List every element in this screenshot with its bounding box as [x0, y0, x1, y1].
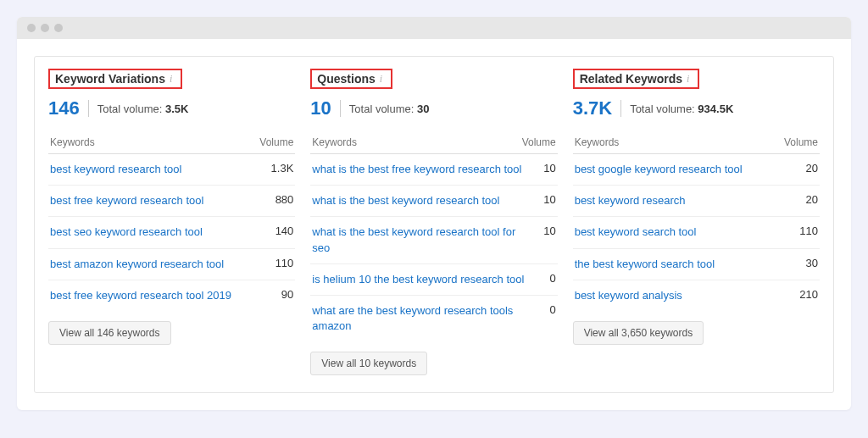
- panels-container: Keyword Variations i 146 Total volume: 3…: [34, 56, 834, 393]
- window-dot-icon: [27, 24, 36, 32]
- divider: [340, 100, 341, 117]
- view-all-button[interactable]: View all 10 keywords: [310, 352, 427, 375]
- keyword-link[interactable]: best keyword search tool: [575, 225, 792, 240]
- volume-value: 0: [549, 303, 555, 316]
- table-row: best free keyword research tool 201990: [48, 280, 295, 311]
- total-volume-label: Total volume:: [97, 103, 163, 115]
- view-all-button[interactable]: View all 146 keywords: [48, 321, 171, 345]
- volume-value: 140: [275, 225, 294, 237]
- table-row: best amazon keyword research tool110: [48, 249, 295, 280]
- volume-value: 10: [543, 225, 555, 237]
- table-header: Keywords Volume: [310, 131, 557, 154]
- keyword-link[interactable]: best google keyword research tool: [575, 162, 798, 177]
- keyword-link[interactable]: best keyword research: [575, 193, 798, 208]
- panel-title: Keyword Variations i: [48, 69, 182, 89]
- table-header: Keywords Volume: [48, 131, 295, 154]
- volume-value: 20: [806, 193, 818, 206]
- count-value: 3.7K: [573, 97, 612, 119]
- divider: [88, 100, 89, 117]
- table-row: best keyword analysis210: [573, 280, 820, 311]
- keyword-link[interactable]: what are the best keyword research tools…: [312, 303, 541, 334]
- table-row: best google keyword research tool20: [573, 154, 820, 186]
- keyword-link[interactable]: best seo keyword research tool: [50, 225, 267, 240]
- col-volume: Volume: [784, 136, 818, 148]
- panel-title: Related Keywords i: [573, 69, 700, 89]
- table-row: best free keyword research tool880: [48, 186, 295, 217]
- keyword-link[interactable]: best keyword analysis: [575, 288, 792, 303]
- info-icon[interactable]: i: [687, 73, 689, 86]
- table-row: the best keyword search tool30: [573, 249, 820, 280]
- table-row: best keyword research20: [573, 186, 820, 217]
- panel-questions: Questions i 10 Total volume: 30 Keywords…: [310, 69, 557, 375]
- keyword-link[interactable]: what is the best keyword research tool: [312, 193, 535, 208]
- total-volume: Total volume: 934.5K: [630, 103, 733, 115]
- volume-value: 20: [806, 162, 818, 175]
- panel-related-keywords: Related Keywords i 3.7K Total volume: 93…: [573, 69, 820, 375]
- table-row: what is the best keyword research tool f…: [310, 217, 557, 263]
- keyword-link[interactable]: what is the best free keyword research t…: [312, 162, 535, 177]
- window-dot-icon: [54, 24, 63, 32]
- info-icon[interactable]: i: [170, 73, 172, 86]
- table-row: what are the best keyword research tools…: [310, 296, 557, 341]
- app-window: Keyword Variations i 146 Total volume: 3…: [17, 17, 851, 410]
- panel-stats: 10 Total volume: 30: [310, 97, 557, 119]
- col-keywords: Keywords: [575, 136, 620, 148]
- count-value: 146: [48, 97, 80, 119]
- keyword-link[interactable]: what is the best keyword research tool f…: [312, 225, 535, 255]
- keyword-link[interactable]: best free keyword research tool: [50, 193, 267, 208]
- panel-keyword-variations: Keyword Variations i 146 Total volume: 3…: [48, 69, 295, 375]
- view-all-button[interactable]: View all 3,650 keywords: [573, 321, 704, 345]
- keyword-link[interactable]: the best keyword search tool: [575, 257, 798, 272]
- info-icon[interactable]: i: [380, 73, 382, 86]
- keyword-link[interactable]: best free keyword research tool 2019: [50, 288, 273, 303]
- keyword-link[interactable]: best keyword research tool: [50, 162, 263, 177]
- volume-value: 10: [543, 162, 555, 175]
- table-row: best keyword research tool1.3K: [48, 154, 295, 186]
- volume-value: 30: [806, 257, 818, 269]
- volume-value: 0: [549, 272, 555, 285]
- total-volume-value: 3.5K: [165, 103, 188, 115]
- col-volume: Volume: [522, 136, 556, 148]
- total-volume-value: 934.5K: [698, 103, 733, 115]
- table-header: Keywords Volume: [573, 131, 820, 154]
- table-row: what is the best free keyword research t…: [310, 154, 557, 186]
- col-keywords: Keywords: [312, 136, 357, 148]
- total-volume-label: Total volume:: [630, 103, 695, 115]
- keyword-link[interactable]: is helium 10 the best keyword research t…: [312, 272, 541, 287]
- count-value: 10: [310, 97, 331, 119]
- volume-value: 110: [275, 257, 294, 269]
- volume-value: 1.3K: [271, 162, 294, 175]
- total-volume: Total volume: 30: [349, 103, 430, 115]
- total-volume-label: Total volume:: [349, 103, 415, 115]
- table-row: what is the best keyword research tool10: [310, 186, 557, 217]
- total-volume: Total volume: 3.5K: [97, 103, 189, 115]
- col-volume: Volume: [259, 136, 293, 148]
- volume-value: 10: [543, 193, 555, 206]
- keyword-link[interactable]: best amazon keyword research tool: [50, 257, 267, 272]
- panel-stats: 146 Total volume: 3.5K: [48, 97, 295, 119]
- panel-title: Questions i: [310, 69, 392, 89]
- table-row: is helium 10 the best keyword research t…: [310, 264, 557, 296]
- divider: [620, 100, 621, 117]
- volume-value: 110: [799, 225, 818, 237]
- panel-title-text: Keyword Variations: [55, 72, 165, 86]
- panel-title-text: Related Keywords: [580, 72, 682, 86]
- table-row: best keyword search tool110: [573, 217, 820, 248]
- volume-value: 90: [281, 288, 293, 301]
- volume-value: 880: [275, 193, 294, 206]
- window-dot-icon: [41, 24, 49, 32]
- panel-title-text: Questions: [317, 72, 375, 86]
- content-area: Keyword Variations i 146 Total volume: 3…: [17, 39, 851, 410]
- volume-value: 210: [799, 288, 818, 301]
- total-volume-value: 30: [417, 103, 429, 115]
- table-row: best seo keyword research tool140: [48, 217, 295, 248]
- window-titlebar: [17, 17, 851, 39]
- panel-stats: 3.7K Total volume: 934.5K: [573, 97, 820, 119]
- col-keywords: Keywords: [50, 136, 95, 148]
